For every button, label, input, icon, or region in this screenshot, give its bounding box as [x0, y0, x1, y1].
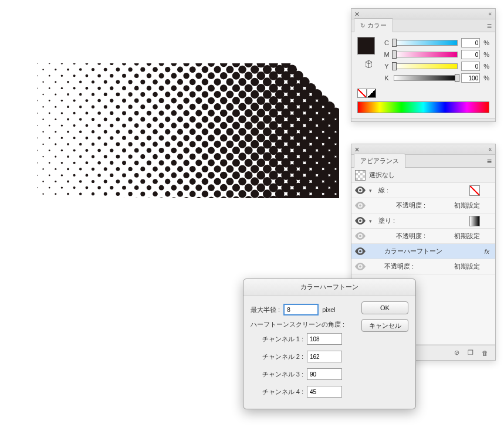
trash-icon[interactable]: 🗑	[482, 349, 488, 357]
svg-point-300	[153, 167, 158, 172]
svg-point-37	[110, 63, 113, 65]
svg-point-150	[153, 92, 158, 97]
panel-menu-icon[interactable]: ≡	[487, 21, 492, 30]
cancel-button[interactable]: キャンセル	[361, 319, 408, 332]
chevron-down-icon[interactable]: ▾	[369, 218, 375, 224]
cyan-row: C %	[383, 37, 489, 49]
svg-point-143	[42, 194, 43, 195]
tab-color[interactable]: ↻ カラー	[354, 18, 393, 32]
svg-point-116	[67, 155, 69, 158]
k-slider[interactable]	[394, 75, 458, 81]
eye-icon[interactable]	[355, 186, 366, 194]
svg-point-345	[183, 160, 189, 166]
svg-point-141	[55, 181, 56, 182]
collapse-icon[interactable]: «	[488, 146, 492, 152]
svg-point-169	[190, 66, 196, 73]
ok-button[interactable]: OK	[361, 301, 408, 314]
y-input[interactable]	[461, 62, 480, 71]
svg-point-123	[165, 67, 170, 72]
svg-point-104	[140, 80, 145, 84]
eye-icon[interactable]	[355, 247, 366, 255]
svg-point-231	[116, 167, 120, 171]
svg-point-248	[165, 129, 170, 134]
svg-point-180	[122, 136, 126, 140]
close-icon[interactable]	[355, 147, 360, 152]
stroke-row[interactable]: ▾ 線 :	[351, 183, 495, 198]
max-radius-input[interactable]	[283, 304, 319, 315]
opacity-value[interactable]: 初期設定	[454, 262, 480, 271]
svg-point-124	[159, 73, 164, 79]
svg-point-559	[359, 235, 361, 237]
fx-icon[interactable]: fx	[484, 248, 492, 255]
panel-menu-icon[interactable]: ≡	[487, 157, 492, 166]
opacity-value[interactable]: 初期設定	[454, 232, 480, 240]
overall-opacity-row[interactable]: 不透明度 : 初期設定	[351, 259, 495, 274]
svg-point-47	[49, 125, 50, 127]
svg-point-7	[49, 75, 50, 77]
eye-icon-dim[interactable]	[355, 202, 366, 209]
channel-1-label: チャンネル 1 :	[258, 335, 303, 344]
svg-point-53	[104, 80, 107, 84]
selection-thumb	[355, 170, 366, 181]
svg-point-277	[140, 167, 145, 171]
svg-point-238	[226, 66, 234, 73]
svg-point-16	[37, 100, 38, 101]
svg-point-96	[61, 150, 63, 151]
svg-point-13	[55, 81, 56, 83]
clear-icon[interactable]: ⊘	[454, 349, 459, 357]
eye-icon-dim[interactable]	[355, 232, 366, 240]
svg-point-171	[177, 79, 183, 85]
svg-point-367	[195, 159, 202, 166]
svg-point-223	[165, 117, 170, 122]
channel-1-input[interactable]	[307, 333, 342, 345]
svg-point-106	[128, 92, 132, 96]
fill-opacity-row[interactable]: 不透明度 : 初期設定	[351, 229, 495, 244]
svg-point-461	[263, 152, 272, 161]
m-input[interactable]	[461, 50, 480, 59]
c-input[interactable]	[461, 38, 480, 47]
none-swatch[interactable]	[357, 89, 367, 98]
svg-point-274	[159, 148, 164, 153]
eye-icon-dim[interactable]	[355, 263, 366, 270]
stroke-swatch[interactable]	[469, 185, 480, 196]
channel-2-input[interactable]	[307, 351, 342, 362]
svg-point-254	[128, 167, 132, 171]
y-slider[interactable]	[394, 63, 458, 69]
tab-appearance[interactable]: アピアランス	[354, 154, 405, 168]
svg-point-394	[171, 197, 177, 198]
svg-point-427	[232, 159, 240, 167]
channel-4-input[interactable]	[307, 386, 342, 398]
bw-swatch[interactable]	[367, 89, 376, 98]
duplicate-icon[interactable]: ❐	[468, 349, 473, 357]
fill-row[interactable]: ▾ 塗り :	[351, 213, 495, 229]
effect-row[interactable]: カラーハーフトーン fx	[351, 244, 495, 259]
opacity-value[interactable]: 初期設定	[454, 201, 480, 210]
svg-point-40	[92, 80, 94, 83]
svg-point-225	[153, 129, 158, 134]
fill-swatch[interactable]	[357, 37, 375, 55]
k-input[interactable]	[461, 73, 480, 83]
svg-point-279	[128, 179, 132, 184]
c-slider[interactable]	[394, 40, 458, 46]
svg-point-132	[110, 124, 113, 127]
svg-point-130	[122, 111, 126, 115]
svg-point-20	[67, 81, 69, 83]
svg-point-382	[245, 121, 253, 130]
svg-point-243	[195, 97, 202, 104]
fill-swatch[interactable]	[469, 216, 480, 226]
stroke-opacity-row[interactable]: 不透明度 : 初期設定	[351, 198, 495, 213]
svg-point-480	[257, 171, 266, 180]
svg-point-372	[165, 191, 170, 196]
spectrum-bar[interactable]	[357, 101, 489, 113]
svg-point-314	[220, 110, 228, 117]
m-label: M	[383, 51, 390, 58]
chevron-down-icon[interactable]: ▾	[369, 188, 375, 194]
m-slider[interactable]	[394, 52, 458, 57]
close-icon[interactable]	[355, 12, 360, 16]
channel-3-input[interactable]	[307, 368, 342, 380]
eye-icon[interactable]	[355, 217, 366, 225]
collapse-icon[interactable]: «	[488, 11, 492, 17]
cube-icon[interactable]	[357, 60, 380, 69]
svg-point-176	[147, 111, 151, 116]
max-radius-unit: pixel	[322, 306, 336, 313]
